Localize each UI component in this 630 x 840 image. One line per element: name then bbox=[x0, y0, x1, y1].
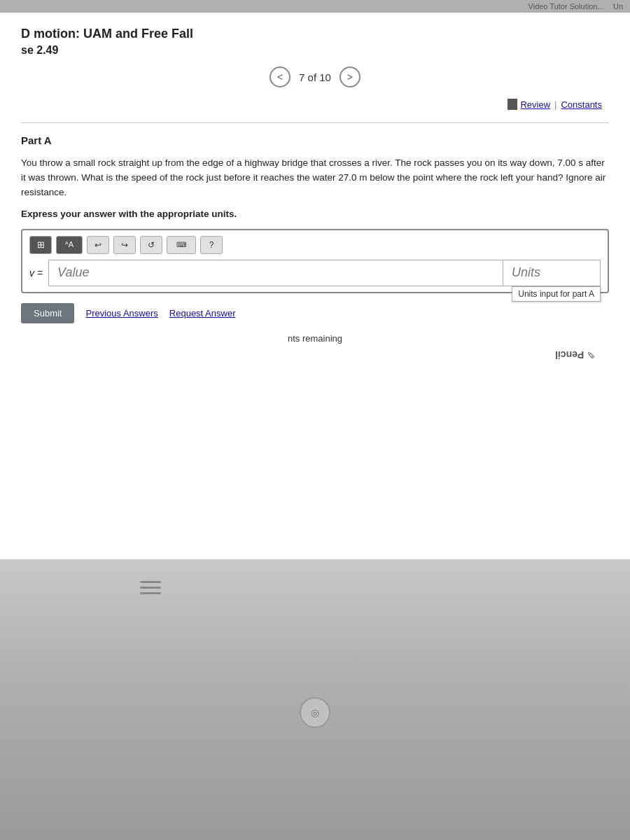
review-link[interactable]: Review bbox=[520, 99, 550, 110]
page-title: D motion: UAM and Free Fall bbox=[21, 27, 609, 41]
help-button[interactable]: ? bbox=[200, 236, 223, 254]
attempts-row: nts remaining bbox=[21, 333, 609, 344]
undo-icon: ↩ bbox=[94, 240, 102, 250]
top-bar-right: Un bbox=[613, 2, 623, 10]
divider bbox=[21, 122, 609, 123]
navigation-row: < 7 of 10 > bbox=[21, 66, 609, 88]
constants-link[interactable]: Constants bbox=[561, 99, 602, 110]
undo-button[interactable]: ↩ bbox=[87, 236, 109, 254]
value-input[interactable] bbox=[48, 260, 503, 286]
handle-line-1 bbox=[140, 581, 161, 583]
submit-row: Submit Previous Answers Request Answer bbox=[21, 303, 609, 323]
refresh-button[interactable]: ↺ bbox=[140, 236, 162, 254]
submit-button[interactable]: Submit bbox=[21, 303, 74, 323]
help-icon: ? bbox=[209, 240, 214, 250]
bottom-circle-button[interactable]: ◎ bbox=[300, 697, 330, 728]
handle-line-3 bbox=[140, 592, 161, 594]
course-label: se 2.49 bbox=[21, 44, 609, 57]
main-content: D motion: UAM and Free Fall se 2.49 < 7 … bbox=[0, 13, 630, 560]
pencil-icon: ✎ bbox=[587, 349, 595, 360]
circle-icon: ◎ bbox=[311, 707, 319, 718]
units-container: Units input for part A bbox=[503, 260, 601, 286]
keyboard-icon: ⌨ bbox=[176, 241, 186, 248]
question-instruction: Express your answer with the appropriate… bbox=[21, 209, 609, 219]
previous-answers-link[interactable]: Previous Answers bbox=[85, 308, 158, 318]
pencil-label: Pencil bbox=[555, 349, 584, 360]
drawer-handle[interactable] bbox=[140, 581, 161, 594]
layout-button[interactable]: ⊞ bbox=[29, 236, 52, 254]
page-indicator: 7 of 10 bbox=[299, 71, 331, 83]
answer-box: ⊞ ᴬA ↩ ↪ ↺ ⌨ ? v = bbox=[21, 229, 609, 293]
units-tooltip: Units input for part A bbox=[512, 286, 601, 302]
input-row: v = Units input for part A bbox=[29, 260, 601, 286]
v-label: v = bbox=[29, 267, 43, 279]
handle-line-2 bbox=[140, 587, 161, 589]
top-bar-text: Video Tutor Solution... bbox=[528, 2, 604, 10]
keyboard-button[interactable]: ⌨ bbox=[167, 236, 196, 254]
toolbar-row: ⊞ ᴬA ↩ ↪ ↺ ⌨ ? bbox=[29, 236, 601, 254]
text-button[interactable]: ᴬA bbox=[56, 236, 83, 254]
review-row: Review | Constants bbox=[21, 99, 609, 110]
top-bar: Video Tutor Solution... Un bbox=[0, 0, 630, 13]
question-text: You throw a small rock straight up from … bbox=[21, 156, 609, 200]
bottom-area: ◎ bbox=[0, 560, 630, 840]
part-label: Part A bbox=[21, 134, 609, 146]
review-icon bbox=[507, 99, 517, 110]
refresh-icon: ↺ bbox=[148, 240, 155, 250]
prev-button[interactable]: < bbox=[270, 66, 290, 88]
attempts-text: nts remaining bbox=[288, 333, 342, 344]
request-answer-link[interactable]: Request Answer bbox=[169, 308, 236, 318]
redo-icon: ↪ bbox=[121, 240, 128, 250]
units-input[interactable] bbox=[503, 260, 601, 286]
layout-icon: ⊞ bbox=[37, 239, 45, 250]
text-icon: ᴬA bbox=[65, 240, 74, 249]
redo-button[interactable]: ↪ bbox=[113, 236, 136, 254]
next-button[interactable]: > bbox=[340, 66, 360, 88]
pipe-divider: | bbox=[554, 99, 556, 110]
pencil-area: Pencil ✎ bbox=[21, 349, 609, 360]
